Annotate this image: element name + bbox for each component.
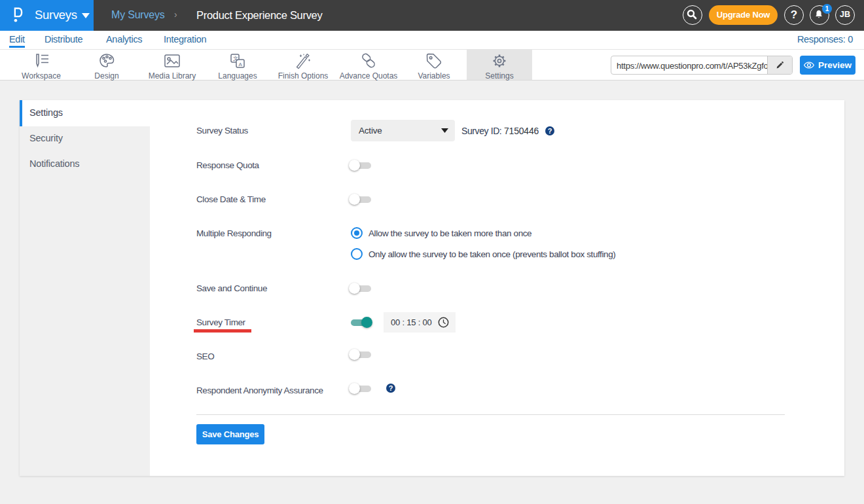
svg-text:文: 文 (233, 56, 238, 62)
svg-text:A: A (239, 62, 243, 67)
